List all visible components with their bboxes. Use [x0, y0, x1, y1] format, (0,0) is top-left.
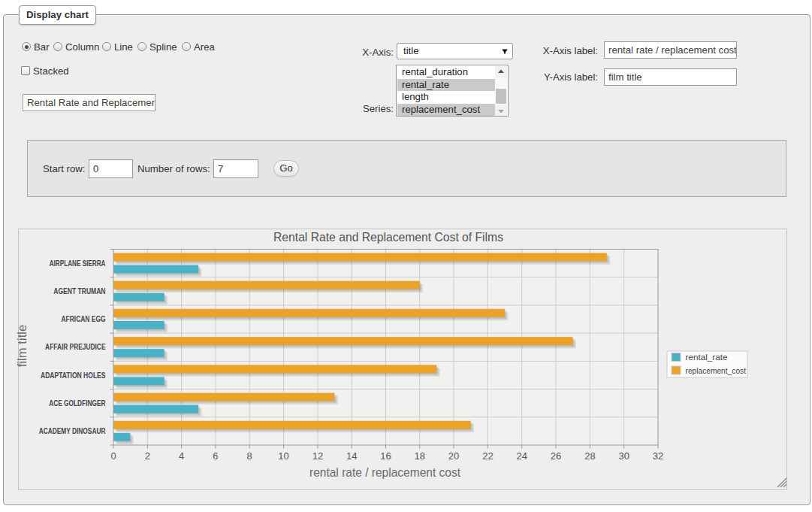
- svg-text:16: 16: [380, 450, 391, 462]
- svg-text:rental_rate: rental_rate: [686, 353, 728, 362]
- svg-text:ACE GOLDFINGER: ACE GOLDFINGER: [49, 399, 106, 407]
- svg-text:12: 12: [312, 450, 323, 462]
- svg-text:film title: film title: [15, 325, 29, 368]
- svg-text:24: 24: [517, 450, 527, 462]
- svg-text:30: 30: [618, 450, 629, 462]
- svg-text:4: 4: [179, 450, 184, 462]
- svg-text:26: 26: [551, 450, 561, 462]
- svg-text:ADAPTATION HOLES: ADAPTATION HOLES: [41, 371, 106, 380]
- svg-text:AFFAIR PREJUDICE: AFFAIR PREJUDICE: [45, 343, 106, 351]
- svg-text:32: 32: [653, 450, 663, 462]
- svg-text:20: 20: [448, 450, 459, 462]
- svg-text:28: 28: [584, 450, 595, 462]
- svg-text:10: 10: [278, 450, 288, 462]
- svg-text:rental rate / replacement cost: rental rate / replacement cost: [309, 465, 460, 480]
- svg-text:ACADEMY DINOSAUR: ACADEMY DINOSAUR: [39, 427, 106, 435]
- svg-text:22: 22: [482, 450, 493, 462]
- svg-text:AGENT TRUMAN: AGENT TRUMAN: [53, 287, 105, 295]
- svg-text:Rental Rate and Replacement Co: Rental Rate and Replacement Cost of Film…: [273, 230, 503, 244]
- svg-text:AFRICAN EGG: AFRICAN EGG: [62, 315, 106, 323]
- svg-text:replacement_cost: replacement_cost: [686, 366, 747, 375]
- svg-text:AIRPLANE SIERRA: AIRPLANE SIERRA: [50, 259, 106, 268]
- svg-text:14: 14: [346, 450, 357, 462]
- svg-text:6: 6: [213, 450, 218, 462]
- svg-text:2: 2: [145, 450, 150, 462]
- svg-text:8: 8: [247, 450, 252, 462]
- svg-text:18: 18: [415, 450, 425, 462]
- svg-text:0: 0: [110, 450, 116, 462]
